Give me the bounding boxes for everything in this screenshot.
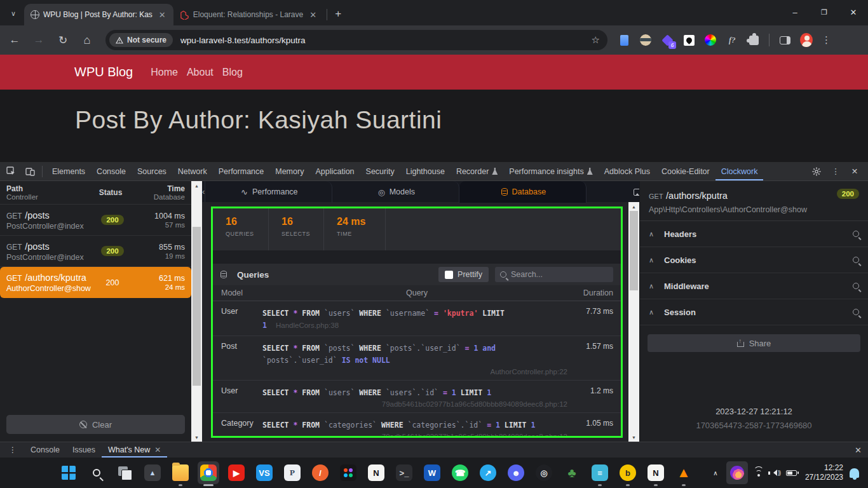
prettify-checkbox[interactable]	[445, 271, 453, 279]
query-row[interactable]: Post SELECT * FROM `posts` WHERE `posts`…	[213, 336, 621, 381]
chevron-up-icon[interactable]: ∧	[649, 282, 664, 290]
battery-icon[interactable]	[783, 458, 800, 488]
new-tab-button[interactable]: +	[330, 6, 346, 22]
restore-button[interactable]: ❐	[810, 0, 839, 24]
taskbar-obs-icon[interactable]: ◎	[530, 458, 558, 488]
drawer-close-icon[interactable]: ✕	[855, 445, 862, 455]
taskbar-word-icon[interactable]: W	[418, 458, 446, 488]
scroll-up-arrow[interactable]: ▲	[191, 181, 202, 190]
queries-search[interactable]	[495, 267, 613, 282]
device-toolbar-icon[interactable]	[22, 163, 38, 180]
back-button[interactable]: ←	[5, 30, 24, 50]
notes-extension-icon[interactable]	[618, 34, 630, 46]
devtools-tab-network[interactable]: Network	[172, 162, 213, 180]
drawer-tab-whats-new[interactable]: What's New✕	[102, 442, 167, 458]
side-panel-icon[interactable]	[778, 34, 791, 46]
site-brand[interactable]: WPU Blog	[74, 65, 133, 79]
devtools-tab-lighthouse[interactable]: Lighthouse	[400, 162, 451, 180]
taskbar-terminal-icon[interactable]: >_	[390, 458, 418, 488]
tab-close-icon[interactable]: ✕	[156, 10, 168, 20]
bookmark-star-icon[interactable]: ☆	[592, 34, 600, 46]
search-icon[interactable]	[853, 257, 859, 263]
colorpicker-extension-icon[interactable]	[704, 34, 717, 46]
taskbar-whatsapp-icon[interactable]: ☎	[446, 458, 474, 488]
taskbar-vscode-icon[interactable]: VS	[250, 458, 278, 488]
tab-close-icon[interactable]: ✕	[307, 10, 319, 20]
volume-icon[interactable]: ))	[767, 458, 783, 488]
search-icon[interactable]	[853, 231, 859, 237]
wifi-icon[interactable]	[750, 458, 767, 488]
tray-app-icon[interactable]	[726, 461, 748, 484]
devtools-tab-adblock-plus[interactable]: Adblock Plus	[599, 162, 656, 180]
taskbar-notion-icon[interactable]: N	[362, 458, 390, 488]
forward-button[interactable]: →	[29, 30, 48, 50]
profile-avatar[interactable]	[800, 34, 813, 46]
taskbar-plant-icon[interactable]: ♣	[558, 458, 586, 488]
share-button[interactable]: Share	[648, 334, 860, 352]
devtools-settings-icon[interactable]	[808, 163, 825, 180]
taskbar-vlc-icon[interactable]: ▲	[670, 458, 698, 488]
taskbar-bruno-icon[interactable]: b	[614, 458, 642, 488]
taskbar-taskview-icon[interactable]	[111, 458, 139, 488]
scroll-down-arrow[interactable]: ▼	[191, 433, 202, 442]
devtools-tab-security[interactable]: Security	[360, 162, 400, 180]
section-middleware[interactable]: ∧ Middleware	[640, 273, 868, 299]
devtools-tab-performance-insights[interactable]: Performance insights	[503, 162, 598, 180]
drawer-tab-console[interactable]: Console	[24, 442, 66, 458]
taskbar-pen-icon[interactable]: /	[306, 458, 334, 488]
taskbar-start-icon[interactable]	[55, 458, 83, 488]
taskbar-photos-icon[interactable]: ▲	[139, 458, 166, 488]
devtools-tab-cookie-editor[interactable]: Cookie-Editor	[656, 162, 715, 180]
drawer-tab-issues[interactable]: Issues	[66, 442, 102, 458]
security-chip[interactable]: Not secure	[109, 33, 173, 47]
notification-bell-icon[interactable]	[850, 468, 859, 478]
queries-search-input[interactable]	[511, 270, 600, 279]
chevron-up-icon[interactable]: ∧	[649, 256, 664, 264]
panel-scrollbar[interactable]: ▲ ▼	[628, 202, 639, 442]
close-button[interactable]: ✕	[839, 0, 868, 24]
scrollbar-thumb[interactable]	[630, 211, 638, 290]
request-row[interactable]: GET /postsPostController@index 200 1004 …	[0, 205, 191, 236]
subtab-database[interactable]: Database	[459, 181, 587, 203]
tray-chevron-icon[interactable]: ∧	[707, 458, 724, 488]
scroll-up-arrow[interactable]: ▲	[628, 202, 639, 211]
taskbar-search-icon[interactable]	[83, 458, 111, 488]
address-bar[interactable]: Not secure wpu-laravel-8.test/authors/kp…	[105, 30, 607, 50]
prettify-toggle[interactable]: Prettify	[438, 267, 489, 282]
section-headers[interactable]: ∧ Headers	[640, 221, 868, 247]
query-row[interactable]: User SELECT * FROM `users` WHERE `users`…	[213, 381, 621, 413]
clear-button[interactable]: Clear	[6, 415, 185, 434]
requests-scrollbar[interactable]: ▲ ▼	[191, 181, 202, 442]
chevron-up-icon[interactable]: ∧	[649, 230, 664, 238]
devtools-tab-clockwork[interactable]: Clockwork	[715, 162, 764, 180]
font-finder-extension-icon[interactable]: f?	[726, 34, 738, 46]
search-icon[interactable]	[853, 309, 859, 315]
home-button[interactable]: ⌂	[78, 30, 97, 50]
search-icon[interactable]	[853, 283, 859, 289]
scrollbar-thumb[interactable]	[193, 227, 201, 386]
close-icon[interactable]: ✕	[154, 445, 161, 454]
taskbar-figma-icon[interactable]	[334, 458, 362, 488]
taskbar-notion2-icon[interactable]: N	[642, 458, 670, 488]
devtools-tab-elements[interactable]: Elements	[46, 162, 91, 180]
devtools-tab-memory[interactable]: Memory	[269, 162, 309, 180]
browser-menu-icon[interactable]: ⋮	[822, 34, 831, 46]
browser-tab-1[interactable]: WPU Blog | Post By Author: Kas ✕	[24, 4, 173, 25]
taskbar-postgresql-icon[interactable]: P	[278, 458, 306, 488]
taskbar-notepad-icon[interactable]: ≡	[586, 458, 614, 488]
adblock-extension-icon[interactable]	[639, 34, 652, 46]
taskbar-clock[interactable]: 12:22 27/12/2023	[805, 463, 843, 482]
taskbar-explorer-icon[interactable]	[166, 458, 194, 488]
devtools-close-icon[interactable]: ✕	[846, 163, 863, 180]
query-row[interactable]: User SELECT * FROM `users` WHERE `userna…	[213, 301, 621, 336]
request-row[interactable]: GET /postsPostController@index 200 855 m…	[0, 236, 191, 267]
chevron-up-icon[interactable]: ∧	[649, 308, 664, 316]
drawer-menu-icon[interactable]: ⋮	[9, 445, 17, 454]
taskbar-chrome-icon[interactable]	[194, 458, 222, 488]
taskbar-telegram-icon[interactable]: ↗	[474, 458, 502, 488]
extensions-puzzle-icon[interactable]	[747, 34, 760, 46]
devtools-tab-console[interactable]: Console	[91, 162, 132, 180]
inspect-element-icon[interactable]	[3, 163, 19, 180]
reload-button[interactable]: ↻	[53, 30, 72, 50]
browser-tab-2[interactable]: Eloquent: Relationships - Larave ✕	[173, 4, 324, 25]
